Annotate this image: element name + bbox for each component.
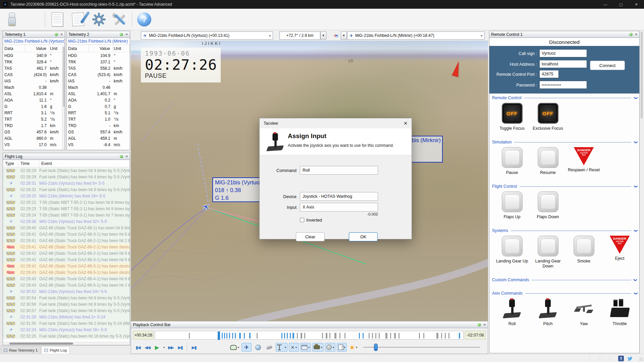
ok-button[interactable]: OK <box>349 232 378 241</box>
radar-view-button[interactable]: ▾ <box>325 343 335 352</box>
close-button[interactable]: ✕ <box>629 0 644 9</box>
pin-icon[interactable] <box>120 155 123 158</box>
dialog-close-icon[interactable]: ✕ <box>404 121 408 126</box>
telemetry-row[interactable]: GS457.6km/h <box>3 129 65 135</box>
chevron-down-icon[interactable]: ▾ <box>321 346 322 349</box>
telemetry-row[interactable]: AOA11.1° <box>3 97 65 103</box>
telemetry-row[interactable]: TAS558.2km/h <box>67 65 130 71</box>
step-forward-button[interactable]: ▶▮ <box>190 343 198 351</box>
flight-log-row[interactable]: 02:28:29Fuel tank (Static) has been hit … <box>3 167 130 174</box>
resize-grip[interactable] <box>639 357 643 361</box>
telemetry-row[interactable]: GS557.4km/h <box>67 129 130 135</box>
flight-log-row[interactable]: 02:29:23T-55 (Static MBT T-55-2-1) has b… <box>3 205 130 212</box>
fast-forward-button[interactable]: ▶▶ <box>167 343 175 351</box>
flight-log-row[interactable]: 02:30:57Fuel tank (Static) has been hit … <box>3 307 130 314</box>
close-icon[interactable]: ✕ <box>635 33 638 36</box>
star-view-button[interactable]: ★▾ <box>348 343 358 352</box>
flight-log-row[interactable]: 02:31:30Fuel tank (Static) has been hit … <box>3 320 130 326</box>
telemetry-row[interactable]: VS-8.4m/s <box>67 141 130 148</box>
timeline-seek-bar[interactable] <box>155 331 464 340</box>
command-landing-gear-up[interactable]: Landing Gear Up <box>494 236 530 269</box>
telemetry-row[interactable]: G0.7g <box>67 103 130 110</box>
flight-log-row[interactable]: ✈02:30:52MiG-21bis (Vyrtuoz) has fired 2… <box>3 288 130 295</box>
command-throttle[interactable]: Throttle <box>602 298 638 326</box>
chevron-up-icon[interactable]: ❮ <box>633 185 637 188</box>
telemetry-row[interactable]: TRT1.0°/s <box>67 116 130 122</box>
report-document-icon[interactable] <box>49 11 66 28</box>
chevron-down-icon[interactable]: ▾ <box>285 346 286 349</box>
flight-log-row[interactable]: 02:28:29Fuel tank (Static) has been hit … <box>3 174 130 180</box>
telemetry-row[interactable]: ASL1,401.7m <box>67 90 130 97</box>
telemetry-row[interactable]: RRT3.1°/s <box>3 110 65 116</box>
telemetry-row[interactable]: TRD-km <box>67 122 130 129</box>
command-yaw[interactable]: Yaw <box>566 298 602 326</box>
twitter-icon[interactable] <box>627 356 633 361</box>
chevron-down-icon[interactable]: ▾ <box>333 346 334 349</box>
flight-log-row[interactable]: 02:29:42GAZ-66 (Static Truck GAZ-66-3-1)… <box>3 263 130 269</box>
flight-log-row[interactable]: 02:30:54Fuel tank (Static) has been hit … <box>3 295 130 301</box>
port-input[interactable]: 42675 <box>539 70 559 78</box>
flight-log-row[interactable]: 02:30:56Fuel tank (Static) has been hit … <box>3 301 130 307</box>
telemetry-row[interactable]: TRT5.2°/s <box>3 116 65 122</box>
host-address-input[interactable]: localhost <box>539 60 587 68</box>
playback-header[interactable]: Playback Control Bar ✕ <box>131 321 488 328</box>
pin-icon[interactable] <box>55 33 58 36</box>
telemetry-row[interactable]: CAS(523.4)km/h <box>67 71 130 78</box>
network-globe-icon[interactable] <box>24 11 42 28</box>
call-sign-input[interactable]: Vyrtuoz <box>539 49 587 57</box>
close-icon[interactable]: ✕ <box>60 33 63 36</box>
telemetry-row[interactable]: TAS461.7km/h <box>3 65 65 71</box>
tank-view-button[interactable]: ▾ <box>312 343 324 352</box>
command-smoke[interactable]: Smoke <box>566 236 602 269</box>
tab-flight-log[interactable]: Flight Log <box>41 346 70 354</box>
bearing-range-combo[interactable]: +72.7° / 2.9 km <box>279 32 320 40</box>
command-flaps-up[interactable]: Flaps Up <box>494 191 530 220</box>
telemetry-row[interactable]: TRD1.7km <box>3 122 65 129</box>
flight-log-header[interactable]: Flight Log ✕ <box>3 153 130 160</box>
swap-dropdown-button[interactable]: ▼ <box>341 32 347 40</box>
play-button[interactable]: ▶ <box>153 343 161 351</box>
usb-drive-icon[interactable] <box>3 11 21 28</box>
command-roll[interactable]: Roll <box>494 298 530 326</box>
chevron-up-icon[interactable]: ❮ <box>633 229 637 232</box>
tools-icon[interactable] <box>111 11 128 28</box>
command-pitch[interactable]: Pitch <box>530 298 566 326</box>
inverted-checkbox-row[interactable]: Inverted <box>300 218 322 223</box>
minimize-button[interactable]: — <box>598 0 613 9</box>
flight-log-row[interactable]: 02:29:22T-55 (Static MBT T-55-2-1) has b… <box>3 199 130 205</box>
tab-raw-telemetry-1[interactable]: Raw Telemetry 1 <box>1 346 41 354</box>
play-menu-button[interactable]: ▾ <box>162 343 165 351</box>
x-view-button[interactable]: ✕▾ <box>289 343 299 352</box>
password-input[interactable]: ••••••••••••• <box>539 81 587 89</box>
speed-slider-handle[interactable] <box>374 344 378 351</box>
telemetry-2-object[interactable]: MiG-21bis Fishbed-L/N (Mirknir) <box>67 38 130 45</box>
chevron-up-icon[interactable]: ❮ <box>633 141 637 143</box>
facebook-icon[interactable]: f <box>618 356 624 361</box>
primary-object-combo[interactable]: ✈ MiG-21bis Fishbed-L/N (Vyrtuoz) (+00:1… <box>141 32 273 40</box>
globe2-view-button[interactable] <box>253 343 263 352</box>
swap-objects-button[interactable]: ✈ ✈ <box>332 32 340 40</box>
chevron-up-icon[interactable]: ❮ <box>633 97 637 99</box>
horizontal-scrollbar[interactable] <box>3 342 129 345</box>
telemetry-row[interactable]: CAS(424.0)km/h <box>3 71 65 78</box>
pole-view-button[interactable]: ▾ <box>276 343 287 352</box>
telemetry-1-object[interactable]: MiG-21bis Fishbed-L/N (Vyrtuoz) <box>3 38 65 45</box>
telemetry-row[interactable]: AGL860.0m <box>3 135 65 141</box>
flight-log-row[interactable]: 02:29:40GAZ-66 (Static Truck GAZ-66-1) h… <box>3 225 130 231</box>
pin-icon[interactable] <box>478 323 481 326</box>
command-pause[interactable]: Pause <box>494 147 530 175</box>
chevron-down-icon[interactable]: ▾ <box>238 346 239 349</box>
bearing-dropdown-button[interactable]: ▼ <box>320 32 326 40</box>
flight-log-row[interactable]: ✈02:31:28MiG-21bis (Mirknir) has fired 2… <box>3 314 130 320</box>
chevron-down-icon[interactable]: ▾ <box>356 346 357 349</box>
flight-log-row[interactable]: 02:32:25Fuel tank (Static) has been hit … <box>3 333 130 339</box>
telemetry-row[interactable]: AGL459.1m <box>67 135 130 141</box>
telemetry-row[interactable]: RRT5.1°/s <box>67 110 130 116</box>
flight-log-row[interactable]: 02:29:43GAZ-66 (Static Truck GAZ-66-5-1)… <box>3 282 130 288</box>
flight-log-row[interactable]: ✈02:32:24MiG-21bis (Vyrtuoz) has fired 1… <box>3 326 130 333</box>
rewind-button[interactable]: ◀◀ <box>143 343 151 351</box>
telemetry-row[interactable]: TRK107.1° <box>67 59 130 65</box>
notes-editor-icon[interactable] <box>69 11 87 28</box>
playhead[interactable] <box>218 331 220 340</box>
scrollbar[interactable] <box>62 46 65 150</box>
